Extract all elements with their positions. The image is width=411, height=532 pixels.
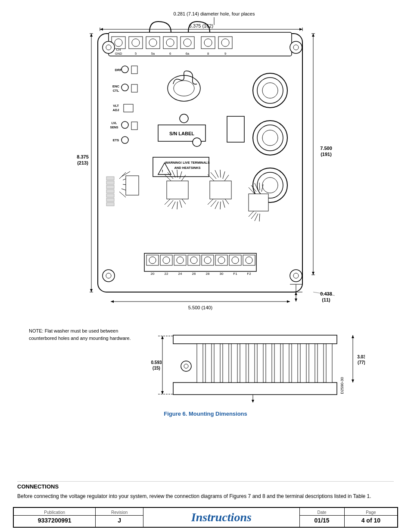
- small-circle-1: [180, 114, 188, 123]
- svg-point-91: [190, 257, 197, 264]
- brand-cell: Instructions: [143, 507, 299, 527]
- fin-1: [197, 344, 203, 383]
- svg-point-88: [177, 257, 184, 264]
- main-diagram-svg: 0.281 (7.14) diameter hole, four places …: [16, 9, 395, 323]
- fin-10: [274, 344, 280, 383]
- svg-point-100: [232, 257, 239, 264]
- side-diagram-svg: 0.593 (15): [149, 323, 365, 403]
- vlt-label: VLT: [113, 104, 119, 108]
- page-wrapper: 0.281 (7.14) diameter hole, four places …: [0, 0, 411, 532]
- model-code: D2590-30: [340, 377, 344, 394]
- svg-text:5a: 5a: [151, 52, 155, 56]
- svg-rect-32: [106, 181, 114, 184]
- side-dim-left: 0.593: [151, 360, 162, 365]
- bottom-width-label: 5.500 (140): [188, 305, 212, 310]
- svg-marker-108: [90, 289, 93, 292]
- sn-label-text: S/N LABEL: [169, 131, 194, 136]
- footer-label-row: Publication Revision Instructions Date P…: [13, 507, 398, 516]
- figure-caption: Figure 6. Mounting Dimensions: [164, 411, 247, 417]
- svg-rect-35: [106, 194, 114, 197]
- fin-9: [266, 344, 272, 383]
- svg-marker-114: [287, 300, 290, 303]
- svg-marker-112: [312, 272, 314, 275]
- svg-point-24: [262, 83, 278, 98]
- svg-text:26: 26: [192, 272, 196, 276]
- warning-text-2: AND HEATSINKS: [174, 166, 200, 170]
- lvl-sense-label2: SENS: [110, 126, 118, 129]
- svg-text:CH: CH: [116, 48, 121, 52]
- fin-3: [214, 344, 220, 383]
- svg-point-17: [221, 39, 229, 47]
- vlt-adj-trim: [124, 104, 133, 112]
- svg-marker-116: [295, 292, 297, 295]
- svg-text:5: 5: [135, 52, 137, 56]
- note-text: NOTE: Flat washer must be used between c…: [29, 328, 131, 341]
- svg-marker-113: [111, 300, 114, 303]
- rect-component: [227, 116, 244, 142]
- svg-text:!: !: [162, 169, 163, 173]
- svg-point-97: [218, 257, 225, 264]
- svg-point-124: [184, 364, 188, 368]
- vlt-adj-label: ADJ: [112, 108, 119, 112]
- svg-point-82: [149, 257, 156, 264]
- svg-text:F1: F1: [233, 272, 237, 276]
- fin-7: [249, 344, 255, 383]
- svg-text:28: 28: [206, 272, 210, 276]
- connections-title: CONNECTIONS: [17, 483, 394, 490]
- svg-rect-80: [249, 194, 268, 211]
- fin-14: [309, 344, 315, 383]
- left-dim-value: 8.375: [77, 154, 89, 159]
- svg-text:8: 8: [207, 52, 209, 56]
- svg-marker-127: [352, 380, 354, 383]
- svg-marker-2: [100, 28, 103, 31]
- brand-name: Instructions: [191, 510, 252, 524]
- fin-6: [240, 344, 246, 383]
- svg-text:24: 24: [178, 272, 182, 276]
- svg-text:6: 6: [169, 52, 171, 56]
- svg-point-20: [293, 45, 299, 50]
- enc-ctl-trim: [131, 84, 137, 92]
- fin-5: [231, 344, 237, 383]
- cable-connector-1: [149, 22, 171, 32]
- side-dim-right-mm: (77): [358, 360, 365, 365]
- svg-point-29: [174, 81, 194, 96]
- enc-label: ENC: [112, 84, 119, 88]
- svg-point-11: [166, 39, 174, 47]
- svg-text:20: 20: [151, 272, 155, 276]
- svg-text:9: 9: [224, 52, 226, 56]
- ets-pot: [121, 137, 128, 143]
- fin-15: [318, 344, 324, 383]
- enc-ctl-pot: [121, 84, 128, 91]
- svg-point-7: [132, 39, 140, 47]
- svg-marker-117: [295, 299, 297, 302]
- svg-rect-33: [106, 185, 114, 189]
- fin-12: [292, 344, 298, 383]
- svg-point-15: [204, 39, 212, 47]
- svg-rect-70: [210, 181, 231, 199]
- svg-point-28: [262, 177, 278, 193]
- svg-marker-121: [161, 391, 164, 394]
- drp-pot: [121, 66, 128, 73]
- svg-marker-111: [312, 34, 314, 37]
- width-dim-label: 6.375 (162): [189, 23, 213, 28]
- svg-marker-126: [352, 335, 354, 338]
- svg-marker-120: [161, 336, 164, 339]
- side-plate-bottom: [173, 383, 337, 395]
- date-label: Date: [299, 507, 344, 516]
- svg-marker-107: [90, 34, 93, 37]
- page-label: Page: [344, 507, 398, 516]
- fin-2: [206, 344, 212, 383]
- side-dim-right: 3.03: [357, 355, 365, 359]
- svg-point-103: [246, 257, 252, 264]
- revision-label: Revision: [96, 507, 143, 516]
- separator: [17, 481, 394, 482]
- svg-rect-31: [106, 177, 114, 180]
- svg-point-4: [115, 39, 122, 47]
- svg-point-13: [184, 39, 191, 47]
- svg-text:22: 22: [165, 272, 168, 276]
- svg-rect-37: [106, 202, 114, 206]
- page-value: 4 of 10: [344, 516, 398, 527]
- footer-table: Publication Revision Instructions Date P…: [13, 507, 398, 528]
- lvl-sense-pot: [121, 121, 128, 128]
- right-dim-mm: (191): [321, 152, 332, 157]
